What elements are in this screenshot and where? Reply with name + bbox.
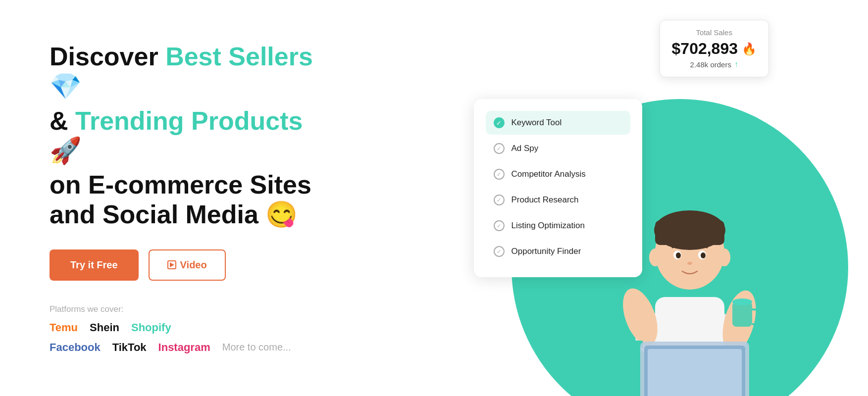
menu-label-opportunity: Opportunity Finder (511, 247, 581, 256)
platform-more: More to come... (222, 342, 291, 353)
check-icon-keyword: ✓ (494, 117, 505, 128)
sales-amount-value: $702,893 (672, 40, 738, 58)
svg-point-9 (676, 252, 681, 258)
check-icon-opportunity: ✓ (494, 246, 505, 257)
svg-point-13 (718, 248, 730, 266)
headline-emoji-diamond: 💎 (50, 72, 82, 100)
fire-icon: 🔥 (742, 42, 757, 56)
svg-point-10 (701, 252, 706, 258)
platform-facebook[interactable]: Facebook (50, 341, 101, 354)
video-button-label: Video (180, 259, 207, 271)
headline-text-ecommerce: on E-commerce Sites (50, 170, 311, 199)
platform-shein[interactable]: Shein (90, 321, 119, 334)
headline-emoji-smile: 😋 (265, 200, 298, 229)
platforms-label: Platforms we cover: (50, 304, 337, 314)
platforms-row2: Facebook TikTok Instagram More to come..… (50, 341, 337, 354)
menu-item-keyword-tool[interactable]: ✓ Keyword Tool (486, 111, 630, 135)
arrow-up-icon: ↑ (734, 60, 738, 69)
platforms-row1: Temu Shein Shopify (50, 321, 337, 334)
video-button[interactable]: Video (149, 249, 226, 281)
play-icon (167, 260, 176, 269)
menu-label-ad-spy: Ad Spy (511, 144, 539, 153)
right-section: ✓ Keyword Tool ✓ Ad Spy ✓ Competitor Ana… (357, 0, 818, 396)
sales-card-title: Total Sales (672, 28, 757, 37)
svg-point-19 (732, 298, 752, 305)
left-section: Discover Best Sellers 💎 & Trending Produ… (50, 42, 357, 354)
platform-temu[interactable]: Temu (50, 321, 78, 334)
orders-value: 2.48k orders (690, 60, 731, 69)
headline-emoji-rocket: 🚀 (50, 136, 82, 165)
buttons-row: Try it Free Video (50, 249, 337, 281)
sales-card-amount: $702,893 🔥 (672, 40, 757, 58)
menu-label-listing: Listing Optimization (511, 221, 585, 231)
play-triangle (170, 262, 174, 267)
try-free-button[interactable]: Try it Free (50, 249, 139, 281)
check-icon-competitor: ✓ (494, 169, 505, 180)
svg-rect-17 (648, 349, 742, 396)
platforms-section: Platforms we cover: Temu Shein Shopify F… (50, 304, 337, 354)
headline-text-discover: Discover (50, 42, 165, 71)
headline-line2: & Trending Products 🚀 (50, 106, 337, 166)
menu-label-keyword: Keyword Tool (511, 118, 562, 128)
headline-text-and: & (50, 106, 75, 135)
platform-tiktok[interactable]: TikTok (112, 341, 147, 354)
sales-card-orders: 2.48k orders ↑ (672, 60, 757, 69)
menu-label-product: Product Research (511, 195, 579, 205)
svg-rect-6 (655, 220, 724, 245)
check-icon-listing: ✓ (494, 220, 505, 231)
svg-rect-18 (732, 302, 752, 327)
sales-card: Total Sales $702,893 🔥 2.48k orders ↑ (660, 20, 769, 77)
platform-instagram[interactable]: Instagram (158, 341, 210, 354)
headline-accent-best-sellers: Best Sellers (165, 42, 313, 71)
headline-line3: on E-commerce Sites and Social Media 😋 (50, 170, 337, 230)
headline-accent-trending: Trending Products (75, 106, 303, 135)
check-icon-ad-spy: ✓ (494, 143, 505, 154)
person-illustration (586, 148, 794, 396)
menu-label-competitor: Competitor Analysis (511, 169, 586, 179)
svg-point-12 (649, 248, 661, 266)
check-icon-product: ✓ (494, 195, 505, 205)
page-wrapper: Discover Best Sellers 💎 & Trending Produ… (0, 0, 868, 396)
headline-line1: Discover Best Sellers 💎 (50, 42, 337, 101)
platform-shopify[interactable]: Shopify (131, 321, 171, 334)
svg-point-11 (687, 262, 692, 265)
headline-text-social: and Social Media (50, 200, 258, 229)
